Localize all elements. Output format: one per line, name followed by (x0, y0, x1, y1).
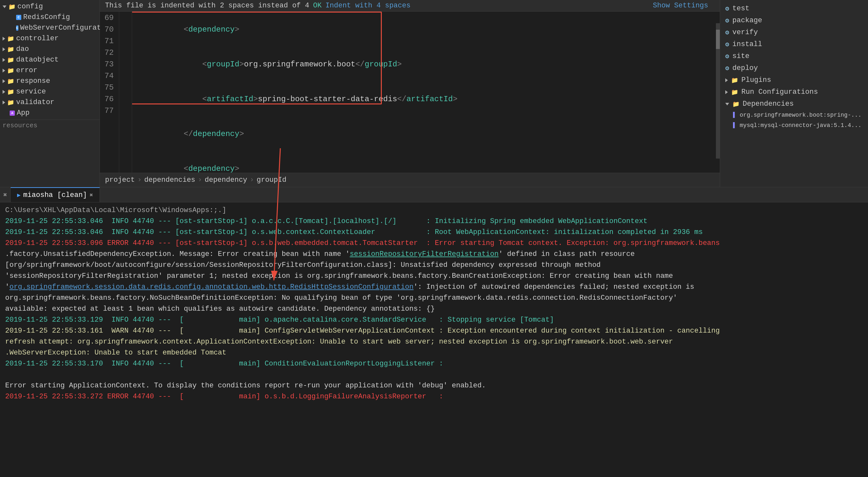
session-repo-link[interactable]: sessionRepositoryFilterRegistration (349, 250, 498, 258)
maven-dep-mysql[interactable]: ▌ mysql:mysql-connector-java:5.1.4... (720, 120, 868, 130)
scrollbar-thumb[interactable] (716, 30, 720, 49)
sidebar-item-label: controller (16, 34, 59, 42)
tab-close-button[interactable]: ✖ (90, 191, 93, 199)
maven-run-configurations[interactable]: 📁 Run Configurations (720, 86, 868, 98)
maven-install[interactable]: ⚙ install (720, 38, 868, 50)
show-settings-button[interactable]: Show Settings (653, 2, 708, 10)
breadcrumb-dependencies[interactable]: dependencies (144, 176, 195, 184)
ok-button[interactable]: OK (313, 2, 321, 10)
resources-label: resources (3, 122, 37, 129)
console-line-14 (5, 369, 863, 380)
maven-dep-spring-boot[interactable]: ▌ org.springframework.boot:spring-... (720, 110, 868, 120)
maven-item-label: Plugins (741, 76, 771, 84)
console-path-line: C:\Users\XHL\AppData\Local\Microsoft\Win… (5, 205, 863, 216)
breadcrumb-sep-3: › (250, 176, 254, 184)
gutter (119, 11, 132, 173)
sidebar-item-error[interactable]: 📁 error (0, 65, 99, 76)
gear-icon: ⚙ (725, 4, 729, 12)
sidebar-item-webserverconfiguration[interactable]: C WebServerConfiguration (0, 23, 99, 33)
breadcrumb-dependency[interactable]: dependency (205, 176, 247, 184)
sidebar-item-label: response (16, 77, 50, 85)
folder-icon: 📁 (7, 88, 14, 95)
expand-icon (3, 58, 5, 62)
breadcrumb-bar: project › dependencies › dependency › gr… (100, 173, 720, 187)
sidebar-item-service[interactable]: 📁 service (0, 86, 99, 97)
console-line-6: 'org.springframework.session.data.redis.… (5, 282, 863, 293)
maven-item-label: package (732, 17, 762, 25)
dep-icon: ▌ (733, 112, 737, 118)
line-numbers: 69 70 71 72 73 74 75 76 77 (100, 11, 119, 173)
code-lines[interactable]: <dependency> <groupId>org.springframewor… (132, 11, 720, 173)
maven-verify[interactable]: ⚙ verify (720, 26, 868, 38)
folder-icon: 📁 (731, 89, 738, 96)
breadcrumb-project[interactable]: project (105, 176, 135, 184)
sidebar-item-controller[interactable]: 📁 controller (0, 33, 99, 44)
console-line-16: 2019-11-25 22:55:33.272 ERROR 44740 --- … (5, 391, 863, 402)
sidebar-item-validator[interactable]: 📁 validator (0, 97, 99, 108)
sidebar-item-config[interactable]: 📁 config (0, 1, 99, 12)
sidebar-item-app[interactable]: A App (0, 108, 99, 118)
sidebar-item-label: config (18, 3, 43, 11)
dep-icon: ▌ (733, 122, 737, 128)
console-line-4: [org/springframework/boot/autoconfigure/… (5, 260, 863, 271)
console-line-2: 2019-11-25 22:55:33.096 ERROR 44740 --- … (5, 238, 863, 249)
tab-miaosha[interactable]: ▶ miaosha [clean] ✖ (11, 187, 100, 202)
folder-icon: 📁 (7, 56, 14, 63)
maven-item-label: mysql:mysql-connector-java:5.1.4... (740, 122, 862, 128)
maven-item-label: install (732, 40, 762, 48)
folder-icon: 📁 (7, 35, 14, 42)
sidebar-item-dao[interactable]: 📁 dao (0, 44, 99, 55)
sidebar-item-redisconfig[interactable]: C RedisConfig (0, 12, 99, 23)
gear-icon: ⚙ (725, 52, 729, 60)
sidebar-item-response[interactable]: 📁 response (0, 76, 99, 86)
class-icon: C (16, 15, 21, 20)
maven-item-label: deploy (732, 64, 758, 72)
maven-item-label: site (732, 52, 749, 60)
expand-icon (3, 90, 5, 94)
gear-icon: ⚙ (725, 17, 729, 25)
bottom-section: ✖ ▶ miaosha [clean] ✖ C:\Users\XHL\AppDa… (0, 187, 868, 477)
code-line-73: <dependency> (137, 151, 720, 173)
tab-bar: ✖ ▶ miaosha [clean] ✖ (0, 187, 868, 202)
breadcrumb-sep-1: › (137, 176, 142, 184)
info-bar-message: This file is indented with 2 spaces inst… (105, 2, 309, 10)
tab-label: miaosha [clean] (23, 191, 87, 199)
expand-icon (725, 103, 729, 106)
file-tree-sidebar: 📁 config C RedisConfig C WebServerConfig… (0, 0, 100, 187)
console-output[interactable]: C:\Users\XHL\AppData\Local\Microsoft\Win… (0, 202, 868, 477)
resources-section[interactable]: resources (0, 120, 99, 131)
editor-scrollbar[interactable] (716, 23, 720, 158)
maven-plugins[interactable]: 📁 Plugins (720, 74, 868, 86)
sidebar-item-label: dao (16, 45, 29, 53)
console-line-9: 2019-11-25 22:55:33.129 INFO 44740 --- [… (5, 315, 863, 326)
indent-button[interactable]: Indent with 4 spaces (326, 2, 410, 10)
class-icon: C (16, 26, 19, 31)
sidebar-item-label: dataobject (16, 56, 59, 64)
maven-site[interactable]: ⚙ site (720, 50, 868, 62)
code-line-70: <groupId>org.springframework.boot</group… (137, 47, 720, 82)
maven-dependencies[interactable]: 📁 Dependencies (720, 98, 868, 110)
code-line-72: </dependency> (137, 117, 720, 151)
tab-icon: ▶ (17, 191, 21, 199)
console-line-0: 2019-11-25 22:55:33.046 INFO 44740 --- [… (5, 216, 863, 227)
maven-item-label: Dependencies (743, 100, 794, 108)
expand-icon (3, 37, 5, 40)
folder-icon: 📁 (8, 3, 16, 10)
expand-icon (3, 100, 5, 105)
sidebar-item-dataobject[interactable]: 📁 dataobject (0, 55, 99, 65)
sidebar-item-label: error (16, 66, 37, 74)
code-editor-area: This file is indented with 2 spaces inst… (100, 0, 720, 187)
folder-icon: 📁 (7, 99, 14, 106)
folder-icon: 📁 (731, 77, 738, 84)
code-editor: 69 70 71 72 73 74 75 76 77 <dependency> … (100, 11, 720, 173)
expand-icon (725, 78, 728, 82)
console-line-3: .factory.UnsatisfiedDependencyException.… (5, 249, 863, 260)
console-line-10: 2019-11-25 22:55:33.161 WARN 44740 --- [… (5, 326, 863, 336)
expand-icon (725, 90, 728, 94)
redis-session-link[interactable]: org.springframework.session.data.redis.c… (9, 283, 413, 291)
maven-package[interactable]: ⚙ package (720, 14, 868, 26)
tab-item[interactable]: ✖ (0, 187, 11, 202)
maven-test[interactable]: ⚙ test (720, 3, 868, 14)
maven-deploy[interactable]: ⚙ deploy (720, 62, 868, 74)
breadcrumb-groupid[interactable]: groupId (257, 176, 286, 184)
